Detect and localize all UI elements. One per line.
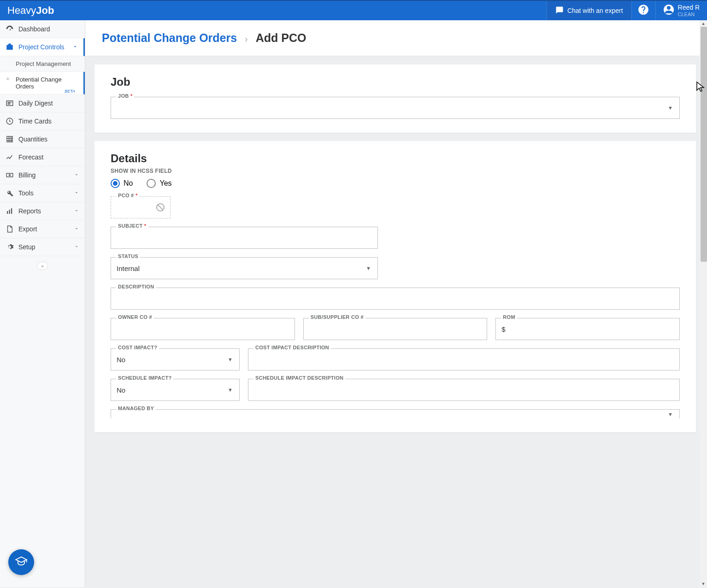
cost-impact-dropdown[interactable]: No ▼ — [111, 348, 240, 370]
job-dropdown[interactable]: ▼ — [111, 97, 680, 119]
field-label: JOB * — [116, 93, 134, 99]
field-label: COST IMPACT? — [116, 345, 159, 350]
scroll-down-arrow[interactable]: ▼ — [700, 581, 707, 587]
news-icon — [6, 99, 14, 107]
scrollbar-thumb[interactable] — [701, 27, 707, 262]
app-logo: HeavyJob — [7, 5, 54, 17]
scroll-up-arrow[interactable]: ▲ — [700, 20, 707, 27]
nav-label: Quantities — [18, 135, 47, 143]
field-label: MANAGED BY — [116, 406, 156, 411]
radio-yes[interactable]: Yes — [147, 179, 171, 188]
panel-job: Job JOB * ▼ — [94, 65, 696, 133]
radio-label: Yes — [159, 179, 171, 188]
svg-rect-13 — [7, 211, 8, 214]
field-status: STATUS Internal ▼ — [111, 257, 378, 279]
chevron-down-icon — [72, 43, 78, 51]
nav-dashboard[interactable]: Dashboard — [0, 20, 85, 38]
user-subtext: CLEAN — [678, 12, 700, 17]
field-rom: ROM $ — [495, 318, 680, 340]
nav-label: Time Cards — [18, 118, 52, 125]
nav-setup[interactable]: Setup — [0, 238, 85, 256]
scrollbar[interactable]: ▲ ▼ — [700, 20, 707, 587]
field-label: STATUS — [116, 253, 140, 259]
field-label: COST IMPACT DESCRIPTION — [253, 345, 331, 350]
field-sub-supplier-co: SUB/SUPPLIER CO # — [303, 318, 488, 340]
nav-reports[interactable]: Reports — [0, 202, 85, 220]
schedule-impact-desc-input[interactable] — [248, 379, 680, 401]
sub-supplier-co-input[interactable] — [303, 318, 488, 340]
learning-fab-button[interactable] — [8, 549, 34, 575]
dropdown-caret-icon: ▼ — [366, 265, 371, 271]
radio-no[interactable]: No — [111, 179, 133, 188]
breadcrumb-separator: › — [245, 34, 248, 44]
status-dropdown[interactable]: Internal ▼ — [111, 257, 378, 279]
description-input[interactable] — [111, 288, 680, 310]
chevron-down-icon — [74, 189, 79, 197]
chevron-down-icon — [74, 243, 79, 251]
nav-quantities[interactable]: Quantities — [0, 130, 85, 148]
field-label: OWNER CO # — [116, 314, 154, 320]
logo-text-2: Job — [36, 5, 54, 16]
dropdown-caret-icon: ▼ — [228, 357, 233, 362]
nav-tools[interactable]: Tools — [0, 184, 85, 202]
field-job: JOB * ▼ — [111, 97, 680, 119]
nav-forecast[interactable]: Forecast — [0, 148, 85, 166]
user-menu-button[interactable]: Reed R CLEAN — [655, 1, 707, 20]
breadcrumb-current: Add PCO — [256, 31, 306, 44]
dropdown-value: No — [117, 356, 125, 364]
svg-rect-6 — [7, 136, 12, 142]
owner-co-input[interactable] — [111, 318, 295, 340]
subnav-project-management[interactable]: Project Management — [0, 56, 85, 72]
help-icon — [637, 4, 649, 18]
logo-text-1: Heavy — [7, 5, 36, 16]
field-cost-impact: COST IMPACT? No ▼ — [111, 348, 240, 370]
nav-label: Project Controls — [18, 43, 65, 51]
field-label: SUB/SUPPLIER CO # — [309, 314, 365, 320]
dropdown-caret-icon: ▼ — [228, 387, 233, 393]
field-label: PCO # * — [116, 193, 139, 198]
nav-label: Billing — [18, 171, 35, 179]
chevron-down-icon — [74, 225, 79, 233]
subnav-label: Project Management — [16, 60, 71, 67]
field-cost-impact-description: COST IMPACT DESCRIPTION — [248, 348, 680, 370]
breadcrumb-link-pco[interactable]: Potential Change Orders — [102, 31, 237, 44]
status-value: Internal — [117, 265, 140, 272]
bar-chart-icon — [6, 207, 14, 215]
nav-daily-digest[interactable]: Daily Digest — [0, 94, 85, 112]
field-owner-co: OWNER CO # — [111, 318, 295, 340]
field-label: SCHEDULE IMPACT DESCRIPTION — [253, 375, 345, 381]
top-bar: HeavyJob Chat with an expert Reed R CLEA… — [0, 0, 707, 20]
nav-billing[interactable]: Billing — [0, 166, 85, 184]
subnav-potential-change-orders[interactable]: » Potential Change Orders BETA — [0, 72, 85, 94]
subnav-label: Potential Change Orders — [16, 76, 62, 90]
arrow-icon: » — [6, 76, 9, 81]
field-managed-by: MANAGED BY ▼ — [111, 409, 680, 418]
chat-with-expert-button[interactable]: Chat with an expert — [547, 1, 631, 20]
not-allowed-icon — [156, 203, 165, 212]
nav-label: Setup — [18, 243, 35, 251]
rom-input[interactable]: $ — [495, 318, 680, 340]
sidebar-collapse-button[interactable]: « — [37, 262, 48, 270]
briefcase-icon — [6, 43, 14, 51]
panel-title: Job — [111, 76, 680, 88]
panel-details: Details SHOW IN HCSS FIELD No Yes PCO # … — [94, 141, 696, 432]
managed-by-dropdown[interactable]: ▼ — [111, 409, 680, 418]
gear-icon — [6, 243, 14, 251]
nav-export[interactable]: Export — [0, 220, 85, 238]
sidebar: Dashboard Project Controls Project Manag… — [0, 20, 85, 587]
field-label: SCHEDULE IMPACT? — [116, 375, 173, 381]
nav-time-cards[interactable]: Time Cards — [0, 112, 85, 130]
schedule-impact-dropdown[interactable]: No ▼ — [111, 379, 240, 401]
subject-input[interactable] — [111, 227, 378, 249]
money-icon — [6, 171, 14, 179]
cost-impact-desc-input[interactable] — [248, 348, 680, 370]
dashboard-icon — [6, 25, 14, 33]
nav-project-controls[interactable]: Project Controls — [0, 38, 85, 56]
breadcrumb: Potential Change Orders › Add PCO — [85, 20, 707, 56]
svg-rect-15 — [11, 208, 12, 214]
beta-badge: BETA — [65, 89, 75, 94]
nav-label: Forecast — [18, 153, 43, 161]
user-name: Reed R — [678, 4, 700, 11]
wrench-icon — [6, 189, 14, 197]
help-button[interactable] — [631, 1, 655, 20]
